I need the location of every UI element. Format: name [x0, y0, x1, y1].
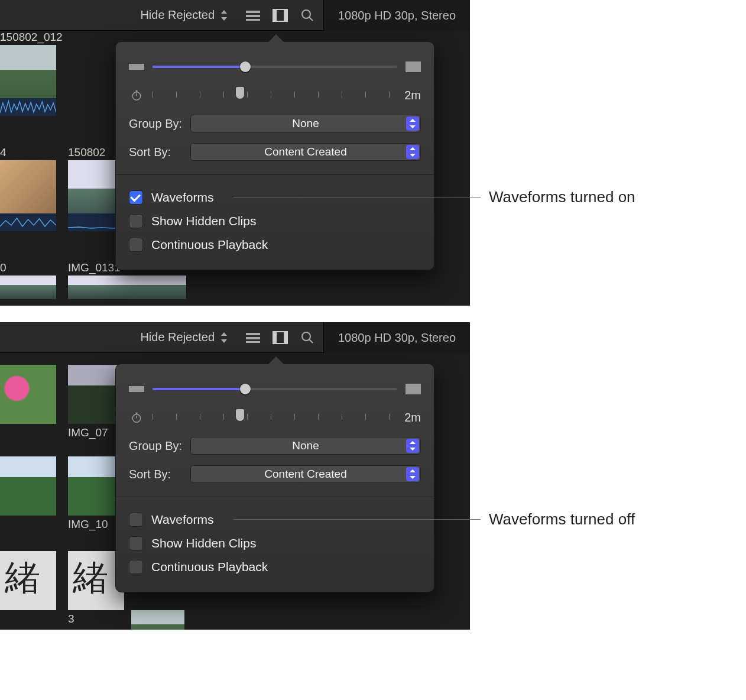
sort-by-label: Sort By: [129, 145, 183, 159]
clip-filter-menu[interactable]: Hide Rejected [140, 330, 229, 344]
viewer-format-info: 1080p HD 30p, Stereo [323, 0, 470, 31]
small-filmstrip-icon [129, 384, 144, 394]
duration-value: 2m [397, 89, 421, 102]
search-icon[interactable] [299, 7, 316, 24]
waveforms-checkbox[interactable] [129, 513, 143, 527]
duration-slider-row: 2m [129, 83, 421, 107]
callout-text: Waveforms turned on [489, 188, 635, 206]
group-by-value: None [292, 439, 319, 452]
hidden-clips-checkbox[interactable] [129, 214, 143, 228]
sort-by-label: Sort By: [129, 468, 183, 481]
duration-slider-row: 2m [129, 406, 421, 429]
continuous-label: Continuous Playback [151, 560, 268, 574]
zoom-slider[interactable] [153, 66, 397, 68]
stepper-icon [406, 439, 419, 453]
group-by-select[interactable]: None [190, 115, 421, 132]
thumbnail-image [131, 610, 184, 630]
svg-rect-1 [246, 15, 260, 17]
thumbnail-image [0, 456, 56, 516]
continuous-checkbox[interactable] [129, 238, 143, 252]
clip-appearance-icon[interactable] [271, 329, 289, 346]
divider [116, 497, 434, 497]
clip-thumbnail[interactable] [0, 456, 56, 516]
stepper-icon [406, 145, 419, 159]
clip-thumbnail[interactable]: 0 [0, 261, 56, 299]
duration-slider[interactable] [153, 411, 389, 423]
continuous-row: Continuous Playback [129, 233, 421, 257]
continuous-row: Continuous Playback [129, 555, 421, 579]
sort-by-row: Sort By: Content Created [129, 462, 421, 486]
svg-rect-2 [246, 19, 260, 21]
sort-by-select[interactable]: Content Created [190, 465, 421, 483]
zoom-slider-row [129, 55, 421, 79]
clip-thumbnail[interactable]: 4 [0, 146, 56, 231]
clip-label: 150802_012 [0, 31, 56, 44]
waveforms-label: Waveforms [151, 190, 213, 205]
stepper-icon [406, 116, 419, 131]
svg-point-19 [302, 332, 310, 341]
clip-label: 0 [0, 261, 56, 274]
sort-by-value: Content Created [264, 468, 346, 481]
clip-thumbnail[interactable]: 150802_012 [0, 31, 56, 116]
stepper-icon [406, 467, 419, 481]
svg-line-20 [309, 339, 313, 343]
svg-rect-4 [273, 9, 277, 21]
continuous-checkbox[interactable] [129, 560, 143, 574]
clip-filter-menu[interactable]: Hide Rejected [140, 8, 229, 22]
duration-slider[interactable] [153, 89, 389, 101]
hidden-clips-checkbox[interactable] [129, 536, 143, 550]
svg-rect-21 [129, 386, 144, 392]
thumbnail-image [0, 276, 56, 299]
clip-thumbnail[interactable] [0, 365, 56, 424]
sort-by-value: Content Created [264, 145, 346, 158]
svg-rect-9 [406, 61, 421, 72]
svg-rect-13 [246, 333, 260, 335]
clip-filter-label: Hide Rejected [140, 8, 215, 22]
zoom-slider[interactable] [153, 388, 397, 390]
screenshot-waveforms-on: Hide Rejected 1080p HD 30p, Stereo 1 150… [0, 0, 470, 306]
list-view-icon[interactable] [244, 329, 262, 346]
updown-icon [219, 9, 229, 22]
svg-line-7 [309, 17, 313, 21]
hidden-clips-row: Show Hidden Clips [129, 532, 421, 555]
list-view-icon[interactable] [244, 7, 262, 24]
thumbnail-image [68, 276, 186, 299]
small-filmstrip-icon [129, 61, 144, 72]
svg-rect-18 [284, 332, 287, 343]
clip-label: 3 [68, 612, 124, 626]
thumbnail-image [0, 551, 56, 610]
viewer-format-text: 1080p HD 30p, Stereo [338, 9, 456, 22]
waveforms-checkbox[interactable] [129, 190, 143, 205]
updown-icon [219, 331, 229, 344]
group-by-row: Group By: None [129, 112, 421, 135]
clip-thumbnail[interactable] [0, 551, 56, 610]
callout-text: Waveforms turned off [489, 510, 635, 529]
hidden-clips-label: Show Hidden Clips [151, 214, 256, 228]
search-icon[interactable] [299, 329, 316, 346]
clip-filter-label: Hide Rejected [140, 330, 215, 344]
large-filmstrip-icon [406, 61, 421, 72]
group-by-row: Group By: None [129, 434, 421, 458]
svg-rect-8 [129, 64, 144, 70]
svg-rect-15 [246, 341, 260, 343]
sort-by-select[interactable]: Content Created [190, 143, 421, 161]
thumbnail-image [0, 160, 56, 231]
divider [116, 174, 434, 175]
group-by-select[interactable]: None [190, 437, 421, 455]
viewer-format-info: 1080p HD 30p, Stereo [323, 322, 470, 353]
svg-rect-17 [273, 332, 277, 343]
svg-rect-24 [136, 413, 138, 414]
duration-value: 2m [397, 411, 421, 424]
svg-rect-0 [246, 11, 260, 13]
svg-rect-14 [246, 337, 260, 339]
stopwatch-icon [129, 412, 144, 423]
leader-line [233, 197, 481, 197]
clip-appearance-icon[interactable] [271, 7, 289, 24]
continuous-label: Continuous Playback [151, 238, 268, 252]
leader-line [233, 519, 481, 520]
clip-label: 4 [0, 146, 56, 159]
svg-rect-22 [406, 384, 421, 394]
viewer-format-text: 1080p HD 30p, Stereo [338, 331, 456, 345]
sort-by-row: Sort By: Content Created [129, 140, 421, 164]
clip-thumbnail[interactable] [131, 610, 184, 630]
